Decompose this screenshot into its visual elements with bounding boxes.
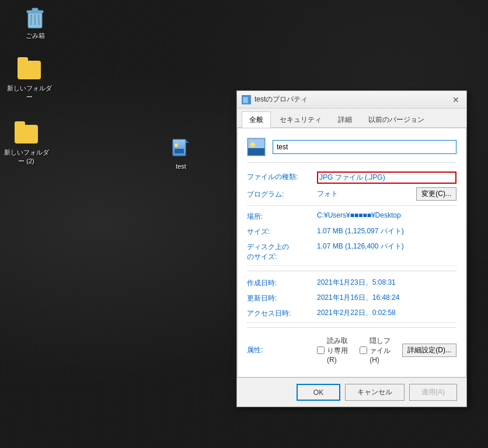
- svg-point-15: [250, 142, 255, 147]
- svg-line-3: [31, 15, 32, 25]
- tab-previous-versions[interactable]: 以前のバージョン: [361, 111, 432, 128]
- recycle-bin-label: ごみ箱: [26, 32, 45, 40]
- file-type-value: JPG ファイル (.JPG): [317, 172, 456, 184]
- size-label: サイズ:: [247, 226, 317, 237]
- readonly-checkbox-label[interactable]: 読み取り専用(R): [317, 336, 353, 364]
- file-header: [247, 138, 456, 163]
- dialog-title-text: testのプロパティ: [255, 94, 308, 104]
- modified-value: 2021年1月16日、16:48:24: [317, 293, 456, 303]
- recycle-bin-icon[interactable]: ごみ箱: [12, 6, 58, 40]
- folder2-icon[interactable]: 新しいフォルダー (2): [3, 123, 50, 166]
- file-thumbnail: [247, 138, 266, 156]
- desktop: ごみ箱 新しいフォルダー 新しいフォルダー (2): [0, 0, 488, 448]
- svg-line-5: [39, 15, 39, 25]
- hidden-checkbox[interactable]: [360, 346, 367, 354]
- readonly-label: 読み取り専用(R): [327, 336, 353, 364]
- dialog-titlebar: testのプロパティ ✕: [237, 91, 466, 108]
- size-value: 1.07 MB (1,125,097 バイト): [317, 226, 456, 236]
- dialog-content: ファイルの種類: JPG ファイル (.JPG) プログラム: フォト 変更(C…: [237, 128, 466, 377]
- apply-button[interactable]: 適用(A): [409, 384, 457, 401]
- created-value: 2021年1月23日、5:08:31: [317, 278, 456, 288]
- program-value: フォト: [317, 189, 416, 199]
- svg-rect-9: [175, 149, 184, 153]
- size-row: サイズ: 1.07 MB (1,125,097 バイト): [247, 225, 456, 240]
- program-label: プログラム:: [247, 189, 317, 200]
- dialog-title-left: testのプロパティ: [242, 94, 308, 104]
- attr-checkboxes: 読み取り専用(R) 隠しファイル(H) 詳細設定(D)...: [317, 336, 456, 364]
- accessed-label: アクセス日時:: [247, 308, 317, 318]
- folder1-shape: [18, 61, 41, 79]
- recycle-bin-svg: [25, 6, 46, 29]
- program-row: プログラム: フォト 変更(C)...: [247, 186, 456, 206]
- change-button[interactable]: 変更(C)...: [416, 187, 456, 201]
- file-type-label: ファイルの種類:: [247, 172, 317, 182]
- svg-rect-14: [248, 148, 264, 155]
- folder1-label: 新しいフォルダー: [6, 84, 53, 102]
- location-row: 場所: C:¥Users¥■■■■■¥Desktop: [247, 209, 456, 225]
- test-file-label: test: [176, 163, 186, 170]
- svg-marker-7: [186, 139, 189, 143]
- hidden-label: 隠しファイル(H): [370, 336, 395, 364]
- accessed-value: 2021年2月22日、0:02:58: [317, 308, 456, 318]
- disk-size-label: ディスク上の のサイズ:: [247, 242, 317, 262]
- file-name-input[interactable]: [273, 140, 456, 154]
- advanced-settings-button[interactable]: 詳細設定(D)...: [402, 344, 456, 357]
- folder2-shape: [15, 125, 38, 144]
- location-value: C:¥Users¥■■■■■¥Desktop: [317, 211, 456, 219]
- svg-rect-11: [243, 97, 248, 103]
- created-label: 作成日時:: [247, 278, 317, 288]
- ok-button[interactable]: OK: [297, 384, 340, 401]
- test-file-svg: [170, 138, 191, 159]
- folder1-icon[interactable]: 新しいフォルダー: [6, 58, 53, 102]
- dialog-title-icon: [242, 95, 251, 104]
- accessed-row: アクセス日時: 2021年2月22日、0:02:58: [247, 306, 456, 323]
- test-file-icon[interactable]: test: [158, 137, 204, 170]
- tab-general[interactable]: 全般: [242, 111, 271, 128]
- disk-size-row: ディスク上の のサイズ: 1.07 MB (1,126,400 バイト): [247, 240, 456, 266]
- dialog-tabs: 全般 セキュリティ 詳細 以前のバージョン: [237, 108, 466, 128]
- created-row: 作成日時: 2021年1月23日、5:08:31: [247, 276, 456, 291]
- file-type-row: ファイルの種類: JPG ファイル (.JPG): [247, 170, 456, 186]
- location-label: 場所:: [247, 211, 317, 222]
- modified-row: 更新日時: 2021年1月16日、16:48:24: [247, 291, 456, 306]
- dialog-footer: OK キャンセル 適用(A): [237, 377, 466, 407]
- dialog-close-button[interactable]: ✕: [450, 94, 462, 106]
- modified-label: 更新日時:: [247, 293, 317, 303]
- separator2: [247, 327, 456, 328]
- hidden-checkbox-label[interactable]: 隠しファイル(H): [360, 336, 395, 364]
- separator1: [247, 271, 456, 271]
- tab-details[interactable]: 詳細: [330, 111, 360, 128]
- disk-size-value: 1.07 MB (1,126,400 バイト): [317, 242, 456, 251]
- attributes-row: 属性: 読み取り専用(R) 隠しファイル(H) 詳細設定(D)...: [247, 332, 456, 368]
- svg-marker-12: [248, 97, 250, 99]
- attr-label: 属性:: [247, 345, 317, 355]
- folder2-label: 新しいフォルダー (2): [3, 148, 50, 166]
- properties-dialog: testのプロパティ ✕ 全般 セキュリティ 詳細 以前のバージョン: [236, 90, 467, 407]
- properties-table: ファイルの種類: JPG ファイル (.JPG) プログラム: フォト 変更(C…: [247, 170, 456, 368]
- svg-rect-2: [32, 8, 38, 11]
- svg-point-10: [175, 144, 178, 147]
- cancel-button[interactable]: キャンセル: [345, 384, 405, 401]
- readonly-checkbox[interactable]: [317, 346, 325, 354]
- tab-security[interactable]: セキュリティ: [272, 111, 329, 128]
